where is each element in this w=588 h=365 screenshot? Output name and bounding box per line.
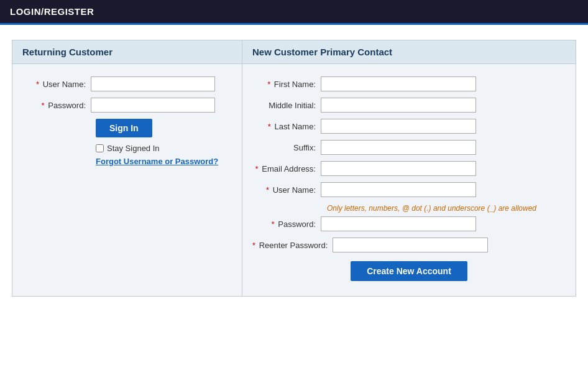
new-customer-title: New Customer Primary Contact (252, 47, 392, 57)
reenter-password-label: * Reenter Password: (252, 241, 333, 250)
extra-options: Stay Signed In Forgot Username or Passwo… (96, 144, 232, 166)
create-account-button[interactable]: Create New Account (351, 261, 467, 281)
username-label: * User Name: (22, 80, 91, 89)
signin-button[interactable]: Sign In (96, 119, 152, 137)
username-row: * User Name: (22, 76, 232, 91)
new-password-label: * Password: (252, 219, 321, 229)
new-customer-section: New Customer Primary Contact * First Nam… (242, 40, 576, 296)
new-username-input[interactable] (321, 182, 476, 197)
reenter-password-row: * Reenter Password: (252, 238, 566, 252)
first-name-input[interactable] (321, 76, 476, 91)
username-required-star: * (36, 80, 39, 89)
password-required-star: * (42, 101, 45, 110)
password-label: * Password: (22, 101, 91, 110)
email-row: * Email Address: (252, 161, 566, 176)
new-password-input[interactable] (321, 216, 476, 231)
last-name-input[interactable] (321, 119, 476, 134)
login-password-input[interactable] (91, 98, 215, 113)
first-name-row: * First Name: (252, 76, 566, 91)
stay-signed-in-label: Stay Signed In (107, 144, 160, 153)
new-username-row: * User Name: (252, 182, 566, 197)
returning-customer-body: * User Name: * Password: Sign In (12, 64, 242, 181)
suffix-label: Suffix: (252, 143, 321, 152)
username-hint-row: Only letters, numbers, @ dot (.) and und… (324, 203, 566, 213)
forgot-password-link[interactable]: Forgot Username or Password? (96, 157, 218, 166)
reenter-password-input[interactable] (333, 238, 488, 252)
password-row: * Password: (22, 98, 232, 113)
middle-initial-input[interactable] (321, 98, 476, 113)
create-account-button-row: Create New Account (252, 261, 566, 281)
suffix-input[interactable] (321, 140, 476, 155)
new-customer-header: New Customer Primary Contact (242, 40, 576, 64)
email-input[interactable] (321, 161, 476, 176)
new-password-row: * Password: (252, 216, 566, 231)
username-hint: Only letters, numbers, @ dot (.) and und… (327, 204, 536, 213)
first-name-label: * First Name: (252, 80, 321, 89)
last-name-label: * Last Name: (252, 122, 321, 131)
new-customer-body: * First Name: Middle Initial: * (242, 64, 576, 296)
signin-button-row: Sign In (96, 119, 232, 137)
page-header: LOGIN/REGISTER (0, 0, 588, 25)
new-username-label: * User Name: (252, 185, 321, 195)
stay-signed-in-row: Stay Signed In (96, 144, 232, 153)
stay-signed-in-checkbox[interactable] (96, 144, 104, 152)
returning-customer-section: Returning Customer * User Name: * Passwo… (12, 40, 242, 296)
page-title: LOGIN/REGISTER (10, 6, 94, 17)
login-username-input[interactable] (91, 76, 215, 91)
middle-initial-label: Middle Initial: (252, 101, 321, 110)
middle-initial-row: Middle Initial: (252, 98, 566, 113)
returning-customer-title: Returning Customer (22, 47, 113, 57)
main-content: Returning Customer * User Name: * Passwo… (2, 25, 586, 312)
form-columns: Returning Customer * User Name: * Passwo… (12, 40, 576, 297)
suffix-row: Suffix: (252, 140, 566, 155)
email-label: * Email Address: (252, 164, 321, 173)
returning-customer-header: Returning Customer (12, 40, 242, 64)
last-name-row: * Last Name: (252, 119, 566, 134)
